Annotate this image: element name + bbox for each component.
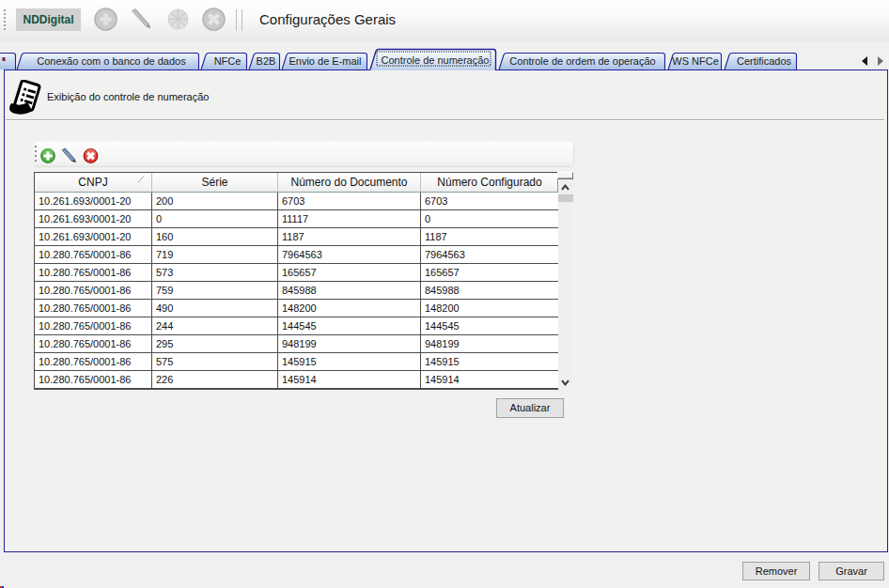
svg-text:Controle de ordem de operação: Controle de ordem de operação: [509, 55, 655, 67]
svg-text:B2B: B2B: [257, 55, 276, 67]
svg-text:Controle de numeração: Controle de numeração: [382, 54, 490, 66]
svg-text:Certificados: Certificados: [737, 55, 792, 67]
svg-text:Conexão com o banco de dados: Conexão com o banco de dados: [37, 55, 186, 67]
svg-text:WS NFCe: WS NFCe: [672, 55, 719, 67]
svg-text:Envio de E-mail: Envio de E-mail: [289, 55, 361, 67]
svg-text:NFCe: NFCe: [214, 55, 242, 67]
